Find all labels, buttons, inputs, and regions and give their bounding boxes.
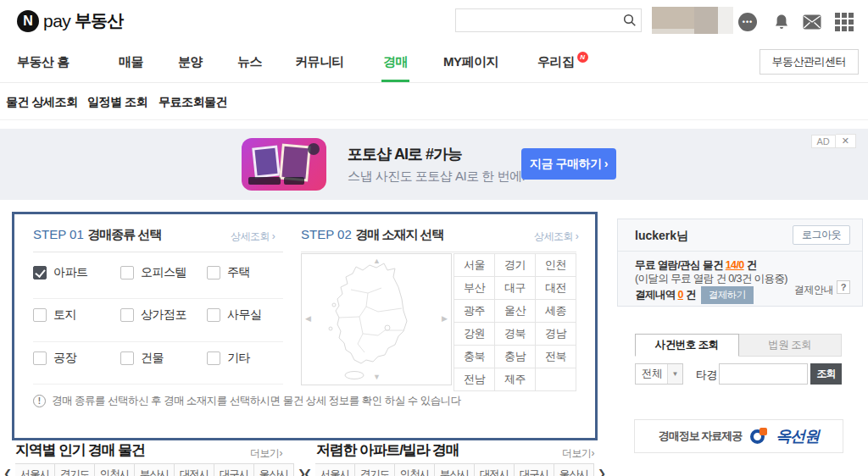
checkbox-house[interactable]: 주택 xyxy=(207,265,250,280)
nav-auction-active[interactable]: 경매 xyxy=(383,54,408,70)
region-chungnam[interactable]: 충남 xyxy=(495,346,536,368)
question-mark-icon[interactable]: ? xyxy=(837,280,850,294)
city-tab[interactable]: 대전시 xyxy=(475,463,515,476)
auction-data-provider[interactable]: 경매정보 자료제공 옥선원 xyxy=(634,419,843,453)
nav-mypage[interactable]: MY페이지 xyxy=(443,54,498,70)
ad-close-icon[interactable]: ✕ xyxy=(836,134,856,148)
region-ulsan[interactable]: 울산 xyxy=(495,300,536,323)
step2-detail-link[interactable]: 상세조회 › xyxy=(534,230,578,244)
chat-icon[interactable]: ••• xyxy=(737,12,758,32)
checkbox-apartment[interactable]: 아파트 xyxy=(33,265,88,280)
apps-grid-icon[interactable] xyxy=(834,12,854,32)
map-pan-left-icon[interactable]: ◀ xyxy=(305,315,311,323)
chevron-left-icon[interactable]: ❮ xyxy=(303,463,315,476)
subnav-item-detail[interactable]: 물건 상세조회 xyxy=(6,95,77,110)
region-seoul[interactable]: 서울 xyxy=(454,254,495,277)
subnav-item-free[interactable]: 무료조회물건 xyxy=(159,95,227,110)
checkbox-office[interactable]: 사무실 xyxy=(207,307,262,323)
region-gwangju[interactable]: 광주 xyxy=(454,300,495,323)
city-tab[interactable]: 울산시 xyxy=(254,463,294,476)
map-pan-right-icon[interactable]: ▶ xyxy=(442,315,448,323)
region-gyeonggi[interactable]: 경기 xyxy=(495,254,536,277)
popular-auctions-more-link[interactable]: 더보기› xyxy=(250,446,282,461)
nav-news[interactable]: 뉴스 xyxy=(237,54,262,70)
free-view-count[interactable]: 14/0 xyxy=(726,259,744,271)
cheap-apartments-more-link[interactable]: 더보기› xyxy=(562,446,594,461)
checkbox-officetel[interactable]: 오피스텔 xyxy=(120,265,186,280)
checkbox-icon[interactable] xyxy=(120,308,134,322)
main-nav: 부동산 홈 매물 분양 뉴스 커뮤니티 경매 MY페이지 우리집N 부동산관리센… xyxy=(0,42,868,83)
city-tab[interactable]: 부산시 xyxy=(435,463,475,476)
tab-case-number-search[interactable]: 사건번호 조회 xyxy=(635,334,739,357)
checkbox-retail[interactable]: 상가점포 xyxy=(120,307,186,323)
city-tab[interactable]: 서울시 xyxy=(15,463,55,476)
checkbox-building[interactable]: 건물 xyxy=(120,351,164,366)
region-jeonnam[interactable]: 전남 xyxy=(454,368,495,391)
naver-pay-logo[interactable]: N pay 부동산 xyxy=(17,9,123,32)
checkbox-etc[interactable]: 기타 xyxy=(207,351,250,366)
ad-buy-now-button[interactable]: 지금 구매하기 › xyxy=(521,148,616,180)
tab-court-search[interactable]: 법원 조회 xyxy=(739,334,843,357)
checkbox-icon[interactable] xyxy=(207,308,220,322)
subnav-item-schedule[interactable]: 일정별 조회 xyxy=(87,95,147,110)
city-tab[interactable]: 대구시 xyxy=(214,463,254,476)
checkbox-icon[interactable] xyxy=(120,266,134,280)
region-daejeon[interactable]: 대전 xyxy=(536,277,576,300)
region-incheon[interactable]: 인천 xyxy=(536,254,576,277)
city-tab[interactable]: 대구시 xyxy=(515,463,554,476)
region-jeonbuk[interactable]: 전북 xyxy=(536,346,576,368)
search-icon[interactable] xyxy=(619,14,641,27)
checkbox-factory[interactable]: 공장 xyxy=(33,351,76,366)
global-search-box[interactable] xyxy=(455,8,642,32)
region-jeju[interactable]: 제주 xyxy=(495,368,536,391)
checkbox-icon[interactable] xyxy=(33,351,47,365)
management-center-button[interactable]: 부동산관리센터 xyxy=(760,49,860,75)
case-year-select[interactable]: 전체 ▼ xyxy=(635,363,683,385)
checkbox-icon[interactable] xyxy=(33,266,47,280)
korea-map[interactable]: ▲ ▼ ◀ ▶ xyxy=(301,253,452,385)
region-sejong[interactable]: 세종 xyxy=(536,300,576,323)
checkbox-icon[interactable] xyxy=(207,351,220,365)
region-daegu[interactable]: 대구 xyxy=(495,277,536,300)
map-pan-down-icon[interactable]: ▼ xyxy=(373,374,381,381)
chevron-right-icon[interactable]: ❯ xyxy=(594,463,606,476)
case-number-input[interactable] xyxy=(719,363,808,385)
pay-button[interactable]: 결제하기 xyxy=(701,286,754,304)
city-tab[interactable]: 경기도 xyxy=(355,463,395,476)
ad-banner[interactable]: AD ✕ 포토샵 AI로 #가능 스냅 사진도 포토샵 AI로 한 번에! 지금… xyxy=(0,129,868,200)
checkbox-land[interactable]: 토지 xyxy=(33,307,76,323)
city-tab[interactable]: 서울시 xyxy=(315,463,355,476)
map-pan-up-icon[interactable]: ▲ xyxy=(373,257,381,265)
nav-presale[interactable]: 분양 xyxy=(178,54,203,70)
user-profile-blurred[interactable] xyxy=(652,7,733,34)
city-tab[interactable]: 대전시 xyxy=(175,463,214,476)
city-tab[interactable]: 경기도 xyxy=(55,463,95,476)
nav-home[interactable]: 부동산 홈 xyxy=(17,54,70,70)
region-gyeongbuk[interactable]: 경북 xyxy=(495,323,536,346)
step1-number: STEP 01 xyxy=(33,227,84,241)
logout-button[interactable]: 로그아웃 xyxy=(793,225,850,245)
city-tab[interactable]: 울산시 xyxy=(554,463,594,476)
region-gangwon[interactable]: 강원 xyxy=(454,323,495,346)
step1-detail-link[interactable]: 상세조회 › xyxy=(231,230,275,244)
city-tab[interactable]: 인천시 xyxy=(395,463,435,476)
nav-myhome[interactable]: 우리집N xyxy=(537,54,575,70)
region-busan[interactable]: 부산 xyxy=(454,277,495,300)
global-search-input[interactable] xyxy=(456,10,619,30)
city-tab[interactable]: 부산시 xyxy=(135,463,175,476)
checkbox-icon[interactable] xyxy=(33,308,47,322)
nav-community[interactable]: 커뮤니티 xyxy=(295,54,344,70)
auction-subnav: 물건 상세조회 일정별 조회 무료조회물건 xyxy=(0,83,868,120)
mail-icon[interactable] xyxy=(802,12,822,32)
chevron-left-icon[interactable]: ❮ xyxy=(3,463,15,476)
bell-icon[interactable] xyxy=(771,12,792,32)
region-gyeongnam[interactable]: 경남 xyxy=(536,323,576,346)
checkbox-icon[interactable] xyxy=(207,266,220,280)
case-search-button[interactable]: 조회 xyxy=(810,363,842,385)
city-tab[interactable]: 인천시 xyxy=(95,463,135,476)
checkbox-icon[interactable] xyxy=(120,351,134,365)
ad-thumbnail-image[interactable] xyxy=(242,138,326,191)
nav-listings[interactable]: 매물 xyxy=(119,54,143,70)
region-chungbuk[interactable]: 충북 xyxy=(454,346,495,368)
payment-guide-link[interactable]: 결제안내 xyxy=(794,283,833,297)
